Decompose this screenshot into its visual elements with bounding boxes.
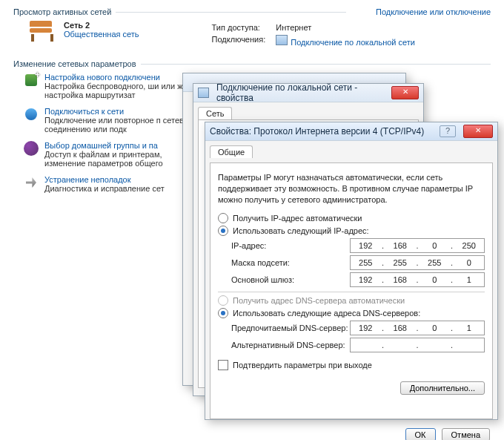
- dns1-label: Предпочитаемый DNS-сервер:: [231, 324, 350, 332]
- task-troubleshoot[interactable]: Устранение неполадок: [44, 175, 165, 184]
- task-desc: Доступ к файлам и принтерам, изменение п…: [44, 150, 202, 168]
- new-connection-icon: [24, 73, 39, 88]
- monitor-icon: [276, 35, 288, 45]
- tab-general[interactable]: Общие: [210, 145, 253, 158]
- task-new-connection[interactable]: Настройка нового подключени: [44, 73, 202, 82]
- dialog-title: Подключение по локальной сети - свойства: [216, 82, 382, 103]
- homegroup-icon: [24, 141, 39, 156]
- section-active-networks: Просмотр активных сетей: [13, 7, 111, 16]
- help-icon[interactable]: ?: [440, 125, 456, 137]
- dialog-ipv4-properties: Свойства: Протокол Интернета версии 4 (T…: [205, 122, 498, 420]
- task-connect[interactable]: Подключиться к сети: [44, 107, 202, 116]
- network-type-link[interactable]: Общественная сеть: [64, 30, 139, 39]
- dns2-input[interactable]: ...: [350, 338, 485, 352]
- task-homegroup[interactable]: Выбор домашней группы и па: [44, 141, 202, 150]
- gateway-label: Основной шлюз:: [231, 275, 350, 284]
- connect-network-icon: [24, 107, 39, 122]
- troubleshoot-icon: [24, 175, 39, 190]
- ip-input[interactable]: 192.168.0.250: [350, 238, 485, 253]
- help-text: Параметры IP могут назначаться автоматич…: [218, 172, 485, 206]
- confirm-checkbox[interactable]: [218, 360, 228, 370]
- close-icon[interactable]: ✕: [391, 86, 419, 99]
- divider: [141, 64, 491, 65]
- ip-label: IP-адрес:: [231, 241, 350, 250]
- bench-icon: [28, 21, 56, 42]
- dns1-input[interactable]: 192.168.0.1: [350, 321, 485, 335]
- dns2-label: Альтернативный DNS-сервер:: [231, 341, 350, 349]
- task-desc: Диагностика и исправление сет: [44, 184, 165, 193]
- radio-auto-ip[interactable]: [218, 213, 228, 223]
- gateway-input[interactable]: 192.168.0.1: [350, 272, 485, 287]
- radio-auto-dns-label: Получить адрес DNS-сервера автоматически: [233, 296, 405, 305]
- local-connection-link[interactable]: Подключение по локальной сети: [291, 38, 415, 47]
- tab-network[interactable]: Сеть: [198, 107, 232, 119]
- ok-button[interactable]: ОК: [405, 428, 436, 440]
- radio-auto-ip-label: Получить IP-адрес автоматически: [233, 214, 362, 223]
- confirm-label: Подтвердить параметры при выходе: [233, 361, 372, 370]
- network-details: Тип доступа: Интернет Подключения: Подкл…: [206, 21, 421, 49]
- mask-label: Маска подсети:: [231, 258, 350, 267]
- radio-use-ip-label: Использовать следующий IP-адрес:: [233, 226, 369, 235]
- advanced-button[interactable]: Дополнительно...: [400, 381, 485, 395]
- cancel-button[interactable]: Отмена: [442, 428, 490, 440]
- task-desc: Подключение или повторное п сетевому сое…: [44, 116, 202, 134]
- mask-input[interactable]: 255.255.255.0: [350, 255, 485, 270]
- dialog-title: Свойства: Протокол Интернета версии 4 (T…: [210, 126, 424, 137]
- monitor-icon: [198, 88, 209, 98]
- task-desc: Настройка беспроводного, ши или же настр…: [44, 82, 202, 99]
- section-change-params: Изменение сетевых параметров: [13, 59, 136, 68]
- connect-disconnect-link[interactable]: Подключение или отключение: [376, 7, 491, 16]
- radio-use-dns-label: Использовать следующие адреса DNS-сервер…: [233, 309, 420, 318]
- network-name: Сеть 2: [64, 21, 139, 30]
- close-icon[interactable]: ✕: [463, 125, 493, 138]
- radio-auto-dns: [218, 295, 228, 306]
- radio-use-dns[interactable]: [218, 308, 228, 318]
- divider: [116, 12, 346, 13]
- radio-use-ip[interactable]: [218, 226, 228, 236]
